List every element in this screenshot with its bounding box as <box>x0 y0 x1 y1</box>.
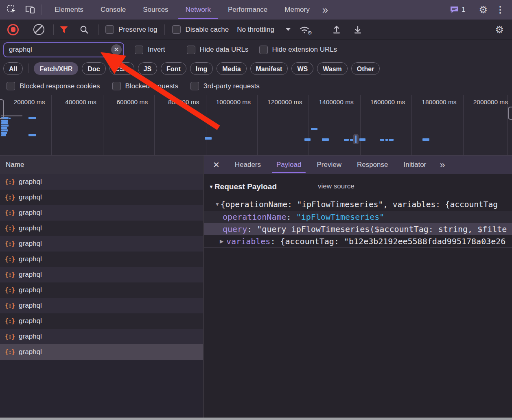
timeline-request-bar[interactable] <box>205 137 212 140</box>
filter-toggle-icon[interactable] <box>54 26 74 34</box>
device-toolbar-icon[interactable] <box>24 4 36 15</box>
timeline-request-bar[interactable] <box>28 117 36 119</box>
chip-manifest[interactable]: Manifest <box>250 62 288 75</box>
checkbox[interactable] <box>112 82 121 90</box>
more-tabs-icon[interactable]: » <box>318 1 332 19</box>
chip-font[interactable]: Font <box>161 62 186 75</box>
network-overview-timeline[interactable]: 200000 ms400000 ms600000 ms800000 ms1000… <box>0 95 512 155</box>
chip-ws[interactable]: WS <box>291 62 313 75</box>
expand-triangle-icon[interactable]: ▶ <box>220 238 223 244</box>
detail-tab-preview[interactable]: Preview <box>309 155 349 174</box>
chip-img[interactable]: Img <box>190 62 213 75</box>
request-row[interactable]: {:}graphql <box>0 221 203 236</box>
expand-triangle-icon[interactable]: ▼ <box>215 201 220 207</box>
invert-checkbox-item[interactable]: Invert <box>135 46 165 54</box>
timeline-request-bar[interactable] <box>9 118 11 119</box>
chip-css[interactable]: CSS <box>109 62 134 75</box>
more-detail-tabs-icon[interactable]: » <box>435 156 449 174</box>
chip-fetchxhr[interactable]: Fetch/XHR <box>34 62 78 75</box>
request-row[interactable]: {:}graphql <box>0 298 203 313</box>
preserve-log-checkbox[interactable] <box>105 25 114 34</box>
detail-tab-response[interactable]: Response <box>349 155 396 174</box>
timeline-request-bar[interactable] <box>389 139 394 141</box>
timeline-request-bar[interactable] <box>311 128 317 130</box>
chip-doc[interactable]: Doc <box>82 62 105 75</box>
request-row[interactable]: {:}graphql <box>0 236 203 252</box>
throttling-select[interactable]: No throttling <box>237 26 291 34</box>
record-network-log-button[interactable] <box>7 24 19 35</box>
preserve-log-checkbox-item[interactable]: Preserve log <box>105 25 157 34</box>
timeline-request-bar[interactable] <box>422 138 429 141</box>
timeline-request-bar[interactable] <box>1 122 8 124</box>
clear-filter-icon[interactable]: ✕ <box>111 44 122 55</box>
disable-cache-checkbox[interactable] <box>172 25 181 34</box>
checkbox[interactable] <box>190 82 199 90</box>
timeline-request-bar[interactable] <box>1 129 8 131</box>
request-row[interactable]: {:}graphql <box>0 252 203 267</box>
chip-other[interactable]: Other <box>351 62 380 75</box>
import-har-icon[interactable] <box>326 25 347 35</box>
settings-gear-icon[interactable]: ⚙ <box>479 5 488 15</box>
search-icon[interactable] <box>74 25 94 34</box>
hide-data-urls-checkbox-item[interactable]: Hide data URLs <box>187 46 249 54</box>
timeline-request-bar[interactable] <box>304 138 311 141</box>
timeline-request-bar[interactable] <box>1 115 22 116</box>
request-row[interactable]: {:}graphql <box>0 329 203 344</box>
detail-tab-headers[interactable]: Headers <box>227 155 269 174</box>
detail-tab-payload[interactable]: Payload <box>269 155 309 174</box>
request-payload-section-header[interactable]: ▼ Request Payload <box>209 181 277 193</box>
chip-js[interactable]: JS <box>138 62 158 75</box>
timeline-request-bar[interactable] <box>1 127 7 129</box>
timeline-request-bar[interactable] <box>344 139 349 141</box>
payload-property-row[interactable]: operationName: "ipFlowTimeseries" <box>204 211 512 223</box>
payload-root-row[interactable]: ▼ {operationName: "ipFlowTimeseries", va… <box>204 198 512 210</box>
view-source-link[interactable]: view source <box>318 182 354 190</box>
close-detail-icon[interactable]: ✕ <box>204 160 227 170</box>
network-settings-gear-icon[interactable]: ⚙ <box>489 25 512 35</box>
timeline-request-bar[interactable] <box>385 139 388 141</box>
tab-memory[interactable]: Memory <box>276 0 318 20</box>
3rd-party-requests-checkbox-item[interactable]: 3rd-party requests <box>190 82 260 90</box>
request-row[interactable]: {:}graphql <box>0 344 203 360</box>
tab-console[interactable]: Console <box>92 0 134 20</box>
invert-checkbox[interactable] <box>135 46 143 54</box>
payload-property-row[interactable]: query: "query ipFlowTimeseries($accountT… <box>204 223 512 235</box>
network-conditions-icon[interactable]: ⚙ <box>299 25 310 34</box>
chip-wasm[interactable]: Wasm <box>317 62 348 75</box>
chip-media[interactable]: Media <box>217 62 246 75</box>
kebab-menu-icon[interactable]: ⋮ <box>494 4 506 15</box>
tab-network[interactable]: Network <box>177 0 219 20</box>
name-column-header[interactable]: Name <box>0 155 203 174</box>
blocked-response-cookies-checkbox-item[interactable]: Blocked response cookies <box>7 82 100 90</box>
payload-property-row[interactable]: ▶variables: {accountTag: "b12e3b2192ee55… <box>204 235 512 248</box>
timeline-selected-request-marker[interactable] <box>353 134 359 144</box>
request-row[interactable]: {:}graphql <box>0 282 203 298</box>
tab-performance[interactable]: Performance <box>219 0 276 20</box>
checkbox[interactable] <box>7 82 15 90</box>
export-har-icon[interactable] <box>347 25 368 35</box>
timeline-request-bar[interactable] <box>28 134 36 136</box>
timeline-request-bar[interactable] <box>1 132 7 134</box>
hide-data-urls-checkbox[interactable] <box>187 46 195 54</box>
tab-sources[interactable]: Sources <box>134 0 177 20</box>
issues-group[interactable]: 1 <box>450 6 465 14</box>
filter-input[interactable] <box>3 42 124 57</box>
timeline-right-scroll-handle[interactable] <box>508 107 512 120</box>
timeline-request-bar[interactable] <box>322 138 329 141</box>
detail-tab-initiator[interactable]: Initiator <box>396 155 434 174</box>
request-row[interactable]: {:}graphql <box>0 174 203 190</box>
chip-all[interactable]: All <box>3 62 23 75</box>
request-row[interactable]: {:}graphql <box>0 267 203 282</box>
timeline-request-bar[interactable] <box>1 125 9 127</box>
request-row[interactable]: {:}graphql <box>0 205 203 221</box>
disable-cache-checkbox-item[interactable]: Disable cache <box>172 25 229 34</box>
inspect-element-icon[interactable] <box>7 4 17 15</box>
tab-elements[interactable]: Elements <box>46 0 92 20</box>
clear-network-log-button[interactable] <box>33 24 44 35</box>
request-row[interactable]: {:}graphql <box>0 313 203 329</box>
hide-extension-urls-checkbox[interactable] <box>259 46 268 54</box>
timeline-request-bar[interactable] <box>380 139 384 141</box>
timeline-request-bar[interactable] <box>359 138 365 141</box>
timeline-request-bar[interactable] <box>1 134 6 136</box>
blocked-requests-checkbox-item[interactable]: Blocked requests <box>112 82 178 90</box>
